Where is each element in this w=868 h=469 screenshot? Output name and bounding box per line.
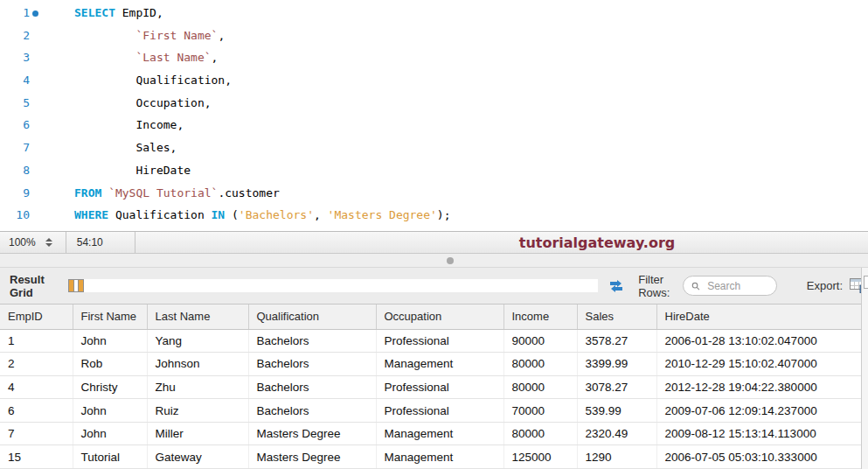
grid-cell[interactable]: Masters Degree xyxy=(248,445,376,469)
grid-cell[interactable]: 80000 xyxy=(503,353,577,376)
grid-cell[interactable]: 90000 xyxy=(503,329,577,353)
grid-cell[interactable]: John xyxy=(73,399,147,423)
grid-cell[interactable]: John xyxy=(73,422,147,445)
sql-editor[interactable]: 1SELECT EmpID,2 `First Name`,3 `Last Nam… xyxy=(0,0,868,231)
grid-cell[interactable]: Miller xyxy=(147,422,248,445)
grid-cell[interactable]: 2320.49 xyxy=(577,422,656,445)
editor-line[interactable]: 7 Sales, xyxy=(0,136,868,159)
refresh-icon[interactable] xyxy=(608,279,624,293)
chevron-down-icon xyxy=(45,243,52,247)
grid-cell[interactable]: 2009-07-06 12:09:14.237000 xyxy=(656,399,861,423)
code-line: `Last Name`, xyxy=(44,46,218,69)
grid-cell[interactable]: 70000 xyxy=(503,399,577,423)
editor-line[interactable]: 6 Income, xyxy=(0,114,868,136)
line-number: 8 xyxy=(0,159,44,182)
line-number: 7 xyxy=(0,136,44,159)
grid-cell[interactable]: Masters Degree xyxy=(248,422,376,445)
grid-cell[interactable]: Management xyxy=(376,445,503,469)
grid-cell[interactable]: Management xyxy=(376,422,503,445)
grid-row[interactable]: 15TutorialGatewayMasters DegreeManagemen… xyxy=(0,445,861,469)
grid-cell[interactable]: Bachelors xyxy=(248,353,376,376)
grid-cell[interactable]: 125000 xyxy=(503,445,577,469)
column-header[interactable]: Occupation xyxy=(376,304,503,329)
result-grid-title: Result Grid xyxy=(10,273,47,299)
statusbar-separator xyxy=(135,232,135,253)
search-box[interactable] xyxy=(683,276,776,296)
column-header[interactable]: Income xyxy=(503,304,577,329)
grid-row[interactable]: 2RobJohnsonBachelorsManagement800003399.… xyxy=(0,353,861,376)
grid-row[interactable]: 4ChristyZhuBachelorsProfessional80000307… xyxy=(0,375,861,399)
grid-cell[interactable]: John xyxy=(73,329,147,353)
column-header[interactable]: EmpID xyxy=(0,304,73,329)
column-header[interactable]: Qualification xyxy=(248,304,376,329)
editor-line[interactable]: 10WHERE Qualification IN ('Bachelors', '… xyxy=(0,204,868,227)
right-rail xyxy=(861,268,868,469)
zoom-stepper[interactable] xyxy=(44,236,54,248)
mysql-workbench-window: 1SELECT EmpID,2 `First Name`,3 `Last Nam… xyxy=(0,0,868,469)
grid-row[interactable]: 6JohnRuizBachelorsProfessional70000539.9… xyxy=(0,399,861,423)
grid-cell[interactable]: Tutorial xyxy=(73,445,147,469)
grid-cell[interactable]: 2010-12-29 15:10:02.407000 xyxy=(656,353,861,376)
grid-row[interactable]: 1JohnYangBachelorsProfessional900003578.… xyxy=(0,329,861,353)
editor-line[interactable]: 2 `First Name`, xyxy=(0,24,868,47)
editor-line[interactable]: 5 Occupation, xyxy=(0,92,868,115)
column-header[interactable]: First Name xyxy=(73,304,147,329)
grid-cell[interactable]: Management xyxy=(376,353,503,376)
grid-cell[interactable]: 15 xyxy=(0,445,73,469)
grid-cell[interactable]: 2009-08-12 15:13:14.113000 xyxy=(656,422,861,445)
pane-splitter[interactable] xyxy=(0,254,868,268)
filter-rows-label: Filter Rows: xyxy=(638,273,675,299)
result-grid-icon[interactable] xyxy=(68,279,598,292)
grid-cell[interactable]: 6 xyxy=(0,399,73,423)
line-number: 10 xyxy=(0,204,44,227)
grid-cell[interactable]: Bachelors xyxy=(248,399,376,423)
grid-cell[interactable]: Gateway xyxy=(147,445,248,469)
line-number: 5 xyxy=(0,92,44,115)
search-input[interactable] xyxy=(705,279,768,293)
grid-cell[interactable]: Bachelors xyxy=(248,329,376,353)
grid-cell[interactable]: Yang xyxy=(147,329,248,353)
grid-cell[interactable]: 80000 xyxy=(503,422,577,445)
column-header[interactable]: Sales xyxy=(577,304,656,329)
grid-cell[interactable]: 1 xyxy=(0,329,73,353)
grid-cell[interactable]: 3078.27 xyxy=(577,375,656,399)
result-grid-icon-glyph xyxy=(68,279,84,292)
grid-cell[interactable]: Professional xyxy=(376,375,503,399)
grid-cell[interactable]: 539.99 xyxy=(577,399,656,423)
grid-header-row: EmpIDFirst NameLast NameQualificationOcc… xyxy=(0,304,861,329)
panel-toggle-icon[interactable] xyxy=(864,276,868,289)
grid-cell[interactable]: 7 xyxy=(0,422,73,445)
grid-cell[interactable]: Johnson xyxy=(147,353,248,376)
grid-cell[interactable]: Professional xyxy=(376,329,503,353)
code-line: Sales, xyxy=(44,136,177,159)
grid-cell[interactable]: 2 xyxy=(0,353,73,376)
refresh-icon-glyph xyxy=(608,279,624,293)
line-number: 6 xyxy=(0,114,44,136)
grid-cell[interactable]: 2006-01-28 13:10:02.047000 xyxy=(656,329,861,353)
grid-cell[interactable]: 3399.99 xyxy=(577,353,656,376)
column-header[interactable]: HireDate xyxy=(656,304,861,329)
column-header[interactable]: Last Name xyxy=(147,304,248,329)
grid-cell[interactable]: Ruiz xyxy=(147,399,248,423)
grid-cell[interactable]: 4 xyxy=(0,375,73,399)
line-number: 9 xyxy=(0,182,44,205)
editor-line[interactable]: 9FROM `MySQL Tutorial`.customer xyxy=(0,182,868,205)
grid-cell[interactable]: 3578.27 xyxy=(577,329,656,353)
grid-cell[interactable]: Professional xyxy=(376,399,503,423)
line-number: 3 xyxy=(0,46,44,69)
grid-cell[interactable]: Rob xyxy=(73,353,147,376)
grid-cell[interactable]: 80000 xyxy=(503,375,577,399)
grid-cell[interactable]: 2006-07-05 05:03:10.333000 xyxy=(656,445,861,469)
grid-cell[interactable]: Zhu xyxy=(147,375,248,399)
grid-cell[interactable]: Bachelors xyxy=(248,375,376,399)
editor-line[interactable]: 4 Qualification, xyxy=(0,69,868,92)
watermark-text: tutorialgateway.org xyxy=(519,234,676,251)
editor-line[interactable]: 1SELECT EmpID, xyxy=(0,2,868,24)
grid-cell[interactable]: 1290 xyxy=(577,445,656,469)
grid-cell[interactable]: Christy xyxy=(73,375,147,399)
grid-cell[interactable]: 2012-12-28 19:04:22.380000 xyxy=(656,375,861,399)
grid-row[interactable]: 7JohnMillerMasters DegreeManagement80000… xyxy=(0,422,861,445)
editor-line[interactable]: 3 `Last Name`, xyxy=(0,46,868,69)
code-line: SELECT EmpID, xyxy=(44,2,163,24)
editor-line[interactable]: 8 HireDate xyxy=(0,159,868,182)
